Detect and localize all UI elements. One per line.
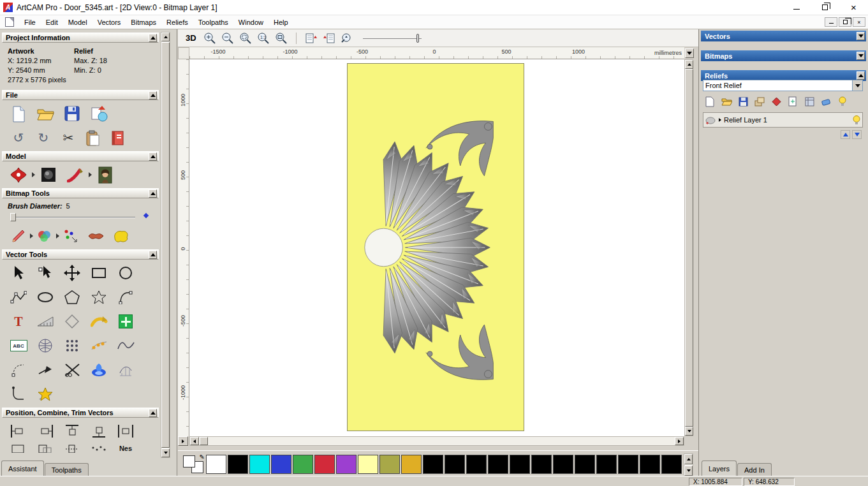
wrap-text-icon[interactable] <box>36 335 55 356</box>
relief-select-combo[interactable]: Front Relief <box>703 80 863 91</box>
open-layer-icon[interactable] <box>721 96 732 107</box>
vectors-header[interactable]: Vectors <box>701 31 866 41</box>
collapse-button[interactable] <box>857 71 865 80</box>
section-vector-tools[interactable]: Vector Tools <box>2 249 159 260</box>
units-dropdown-button[interactable] <box>685 48 694 58</box>
section-model[interactable]: Model <box>2 151 159 161</box>
menu-item[interactable]: Bitmaps <box>126 17 161 28</box>
create-arc-icon[interactable] <box>116 287 135 307</box>
colour-swatch[interactable] <box>661 455 682 474</box>
bitmaps-header[interactable]: Bitmaps <box>701 50 866 61</box>
canvas-vertical-scrollbar[interactable] <box>684 59 693 436</box>
collapse-button[interactable] <box>149 409 157 417</box>
layer-visibility-icon[interactable] <box>837 96 848 107</box>
align-bottom-icon[interactable] <box>89 421 108 441</box>
align-right-icon[interactable] <box>36 421 55 441</box>
lights-and-material-icon[interactable] <box>39 165 58 185</box>
scroll-down-button[interactable] <box>684 466 693 476</box>
scroll-down-button[interactable] <box>161 448 170 457</box>
dots-tool-icon[interactable] <box>89 443 108 453</box>
section-position-combine-trim[interactable]: Position, Combine, Trim Vectors <box>2 408 159 418</box>
lightbulb-icon[interactable] <box>853 115 860 125</box>
toggle-3d-view-button[interactable]: 3D <box>183 32 199 44</box>
flood-fill-icon[interactable] <box>61 226 80 246</box>
flyout-caret-icon[interactable] <box>30 233 33 239</box>
open-model-icon[interactable] <box>36 103 55 124</box>
mdi-close-button[interactable]: × <box>853 17 865 27</box>
paint-all-icon[interactable] <box>111 226 130 246</box>
current-colour-indicator[interactable]: ✎ <box>182 455 205 474</box>
paste-along-vector-icon[interactable] <box>89 335 108 356</box>
drawing-canvas[interactable] <box>189 59 684 436</box>
menu-item[interactable]: Toolpaths <box>193 17 233 28</box>
paint-icon[interactable] <box>9 226 28 246</box>
paste-icon[interactable] <box>84 128 103 148</box>
combo-dropdown-button[interactable] <box>852 80 862 91</box>
colour-swatch[interactable] <box>510 455 530 474</box>
assistant-scrollbar[interactable] <box>161 32 170 458</box>
redo-icon[interactable]: ↻ <box>34 128 53 148</box>
text-abc-icon[interactable]: ABC <box>9 335 28 356</box>
import-export-icon[interactable] <box>89 103 108 124</box>
paste-layer-icon[interactable] <box>787 96 798 107</box>
colour-swatch[interactable] <box>553 455 573 474</box>
save-layer-icon[interactable] <box>737 96 749 107</box>
colour-swatch[interactable] <box>531 455 552 474</box>
colour-swatch[interactable] <box>228 455 248 474</box>
create-ellipse-icon[interactable] <box>36 287 55 307</box>
colour-swatch[interactable] <box>314 455 335 474</box>
delete-layer-icon[interactable] <box>770 96 782 107</box>
section-file[interactable]: File <box>2 90 159 100</box>
scroll-thumb[interactable] <box>161 42 170 448</box>
sculpting-icon[interactable] <box>66 165 85 185</box>
join-vectors-icon[interactable] <box>36 360 55 380</box>
align-tool-icon[interactable] <box>63 443 82 453</box>
scroll-right-button[interactable] <box>675 437 684 445</box>
align-center-icon[interactable] <box>116 421 135 441</box>
menu-item[interactable]: File <box>19 17 41 28</box>
colour-swatch[interactable] <box>249 455 270 474</box>
tab-toolpaths[interactable]: Toolpaths <box>45 463 89 476</box>
close-button[interactable]: × <box>839 0 868 15</box>
trim-vectors-icon[interactable] <box>63 360 82 380</box>
colour-swatch[interactable] <box>336 455 357 474</box>
colour-swatch[interactable] <box>379 455 400 474</box>
scroll-left-button[interactable] <box>190 437 199 445</box>
colour-swatch[interactable] <box>575 455 595 474</box>
flyout-caret-icon[interactable] <box>89 172 92 177</box>
colour-swatch[interactable] <box>445 455 465 474</box>
colour-swatch[interactable] <box>401 455 422 474</box>
align-tool-icon[interactable] <box>36 443 55 453</box>
scroll-up-button[interactable] <box>684 454 693 464</box>
section-bitmap-tools[interactable]: Bitmap Tools <box>2 188 159 198</box>
notes-icon[interactable] <box>108 128 128 148</box>
colour-swatch[interactable] <box>293 455 313 474</box>
nest-vectors-icon[interactable]: Nes <box>116 443 135 453</box>
set-model-size-icon[interactable] <box>9 165 28 185</box>
scroll-thumb[interactable] <box>200 437 208 445</box>
scroll-thumb[interactable] <box>685 69 693 427</box>
fillet-icon[interactable] <box>9 384 28 404</box>
tab-layers[interactable]: Layers <box>702 460 737 476</box>
slider-handle[interactable] <box>10 213 16 221</box>
palette-scrollbar[interactable] <box>684 453 693 476</box>
undo-icon[interactable]: ↺ <box>9 128 28 148</box>
flyout-caret-icon[interactable] <box>56 233 59 239</box>
colour-swatch[interactable] <box>466 455 487 474</box>
mdi-restore-button[interactable] <box>839 17 851 27</box>
select-vectors-icon[interactable] <box>9 263 28 283</box>
menu-item[interactable]: Vectors <box>92 17 126 28</box>
minimize-button[interactable] <box>782 0 811 15</box>
create-rectangle-icon[interactable] <box>89 263 108 283</box>
merge-layers-icon[interactable] <box>804 96 815 107</box>
colour-swatch[interactable] <box>596 455 617 474</box>
scroll-up-button[interactable] <box>685 60 693 69</box>
expand-layer-icon[interactable] <box>719 118 721 122</box>
tab-assistant[interactable]: Assistant <box>1 460 44 476</box>
slider-track[interactable] <box>13 217 135 218</box>
slider-track[interactable] <box>363 38 422 39</box>
zoom-object-icon[interactable] <box>340 31 354 45</box>
restore-button[interactable] <box>811 0 839 15</box>
collapse-button[interactable] <box>149 152 157 161</box>
colour-swatch[interactable] <box>358 455 378 474</box>
